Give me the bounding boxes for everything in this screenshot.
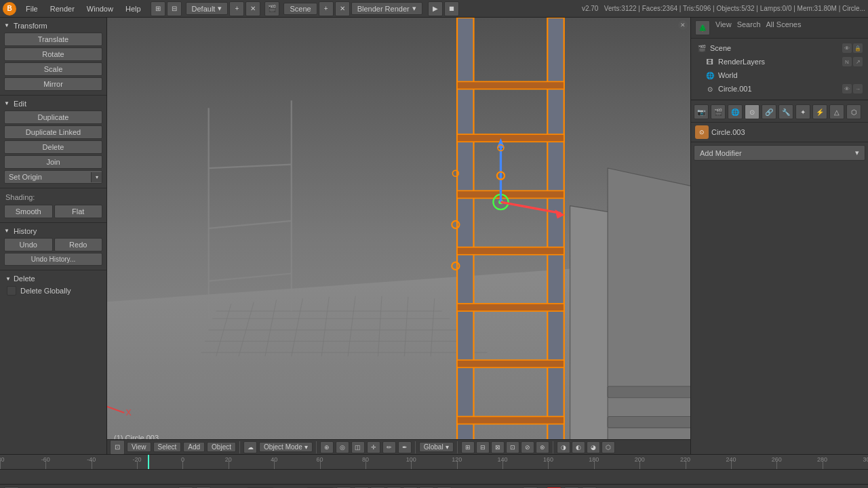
history-section: ▼ History Undo Redo Undo History... — [0, 223, 106, 270]
render-engine[interactable]: Blender Render ▾ — [351, 2, 422, 15]
tree-item-world[interactable]: 🌐 World — [694, 68, 865, 82]
grid5-icon[interactable]: ⊘ — [521, 441, 534, 453]
viewport[interactable]: User Persp — [107, 18, 690, 454]
prop-material-icon[interactable]: ⬡ — [846, 104, 861, 119]
render-anim-btn[interactable]: ⏹ — [444, 1, 459, 16]
layout-icon-1[interactable]: ⊞ — [151, 1, 165, 16]
transform-section: ▼ Transform Translate Rotate Scale Mirro… — [0, 18, 106, 96]
manipulator-icon[interactable]: ✛ — [367, 441, 380, 453]
tree-item-renderlayers[interactable]: 🎞 RenderLayers N ↗ — [694, 55, 865, 68]
viewport-toolbar: ⊡ View Select Add Object ☁ Object Mode ▾… — [107, 439, 690, 454]
join-btn[interactable]: Join — [4, 155, 102, 169]
set-origin-btn[interactable]: Set Origin ▾ — [4, 170, 102, 184]
scene-icon[interactable]: 🎬 — [264, 1, 279, 16]
grid4-icon[interactable]: ⊡ — [506, 441, 519, 453]
transform-header[interactable]: ▼ Transform — [1, 20, 105, 31]
all-scenes-btn[interactable]: All Scenes — [766, 20, 802, 35]
screen-selector[interactable]: Default ▾ — [186, 2, 229, 15]
undo-history-btn[interactable]: Undo History... — [4, 253, 102, 266]
viewport-close[interactable]: ✕ — [678, 20, 688, 30]
tree-item-scene[interactable]: 🎬 Scene 👁 🔒 — [694, 41, 865, 55]
outliner-tree: 🎬 Scene 👁 🔒 🎞 RenderLayers N ↗ — [691, 39, 868, 98]
menu-help[interactable]: Help — [120, 3, 146, 14]
prop-constraints-icon[interactable]: 🔗 — [762, 104, 776, 119]
mode-icon[interactable]: ☁ — [243, 441, 257, 453]
duplicate-linked-btn[interactable]: Duplicate Linked — [4, 125, 102, 139]
vp-type-icon[interactable]: ⊡ — [110, 440, 125, 455]
render-wire-icon[interactable]: ⬡ — [601, 441, 615, 453]
duplicate-btn[interactable]: Duplicate — [4, 110, 102, 124]
prop-modifier-icon[interactable]: 🔧 — [778, 104, 793, 119]
scene-remove[interactable]: ✕ — [335, 1, 350, 16]
add-modifier-label: Add Modifier — [700, 149, 742, 157]
flat-btn[interactable]: Flat — [54, 205, 103, 218]
menu-file[interactable]: File — [20, 3, 43, 14]
scene-action-2[interactable]: 🔒 — [853, 43, 863, 53]
grid3-icon[interactable]: ⊠ — [491, 441, 505, 453]
tree-item-circle001[interactable]: ⊙ Circle.001 👁 → — [694, 82, 865, 96]
scene-action-1[interactable]: 👁 — [842, 43, 852, 53]
add-modifier-btn[interactable]: Add Modifier ▾ — [694, 145, 865, 161]
render-shade-icon[interactable]: ◑ — [557, 441, 570, 453]
render-btn[interactable]: ▶ — [428, 1, 443, 16]
world-icon: 🌐 — [705, 70, 715, 81]
menu-window[interactable]: Window — [81, 3, 119, 14]
delete-btn[interactable]: Delete — [4, 140, 102, 154]
select-menu-btn[interactable]: Select — [153, 442, 182, 452]
grid-icon[interactable]: ⊞ — [461, 441, 475, 453]
view-btn[interactable]: View — [715, 20, 732, 35]
circle001-action-2[interactable]: → — [853, 84, 863, 94]
view-menu-btn[interactable]: View — [127, 442, 151, 452]
prop-data-icon[interactable]: △ — [829, 104, 844, 119]
orient-icon[interactable]: ◫ — [351, 441, 365, 453]
delete-section-header[interactable]: ▼ Delete — [3, 273, 104, 284]
outliner-icon[interactable]: 🌲 — [695, 20, 710, 35]
translate-btn[interactable]: Translate — [4, 33, 102, 46]
transform-triangle: ▼ — [4, 22, 11, 29]
prop-object-icon[interactable]: ⊙ — [745, 104, 760, 119]
object-menu-btn[interactable]: Object — [207, 442, 236, 452]
render-tex-icon[interactable]: ◕ — [587, 441, 600, 453]
grid2-icon[interactable]: ⊟ — [476, 441, 490, 453]
search-btn[interactable]: Search — [737, 20, 761, 35]
grid6-icon[interactable]: ⊛ — [536, 441, 549, 453]
history-header[interactable]: ▼ History — [1, 226, 105, 237]
screen-add[interactable]: + — [229, 1, 244, 16]
timeline-ruler[interactable]: -80-60-40-200204060801001201401601802002… — [0, 455, 868, 470]
delete-globally-checkbox[interactable] — [7, 286, 16, 296]
pivot-icon[interactable]: ⊕ — [320, 441, 334, 453]
viewport-svg: X Z — [107, 18, 690, 454]
scene-add[interactable]: + — [319, 1, 334, 16]
mirror-btn[interactable]: Mirror — [4, 77, 102, 91]
object-name-label: Circle.003 — [711, 128, 745, 136]
add-menu-btn[interactable]: Add — [183, 442, 205, 452]
renderlayers-action-1[interactable]: N — [842, 57, 852, 66]
delete-section: ▼ Delete Delete Globally — [0, 270, 106, 300]
grease-icon[interactable]: ✒ — [398, 441, 412, 453]
redo-btn[interactable]: Redo — [54, 238, 103, 251]
svg-rect-24 — [608, 416, 690, 428]
set-origin-arrow: ▾ — [91, 172, 102, 182]
draw-icon[interactable]: ✏ — [382, 441, 396, 453]
prop-world-icon[interactable]: 🌐 — [728, 104, 743, 119]
prop-particles-icon[interactable]: ✦ — [795, 104, 810, 119]
edit-header[interactable]: ▼ Edit — [1, 98, 105, 109]
scene-selector[interactable]: Scene — [283, 3, 317, 15]
menu-render[interactable]: Render — [45, 3, 80, 14]
renderlayers-action-2[interactable]: ↗ — [853, 57, 863, 66]
smooth-btn[interactable]: Smooth — [4, 205, 53, 218]
scale-btn[interactable]: Scale — [4, 62, 102, 76]
layout-icon-2[interactable]: ⊟ — [167, 1, 182, 16]
circle001-action-1[interactable]: 👁 — [842, 84, 852, 94]
global-dropdown[interactable]: Global ▾ — [419, 442, 454, 452]
rotate-btn[interactable]: Rotate — [4, 47, 102, 61]
render-mat-icon[interactable]: ◐ — [572, 441, 585, 453]
undo-btn[interactable]: Undo — [4, 238, 53, 251]
prop-scene-icon[interactable]: 🎬 — [711, 104, 726, 119]
circle001-actions: 👁 → — [842, 84, 863, 94]
prop-physics-icon[interactable]: ⚡ — [812, 104, 827, 119]
snap-icon[interactable]: ◎ — [336, 441, 349, 453]
screen-remove[interactable]: ✕ — [245, 1, 260, 16]
mode-dropdown[interactable]: Object Mode ▾ — [259, 442, 313, 452]
prop-render-icon[interactable]: 📷 — [694, 104, 709, 119]
